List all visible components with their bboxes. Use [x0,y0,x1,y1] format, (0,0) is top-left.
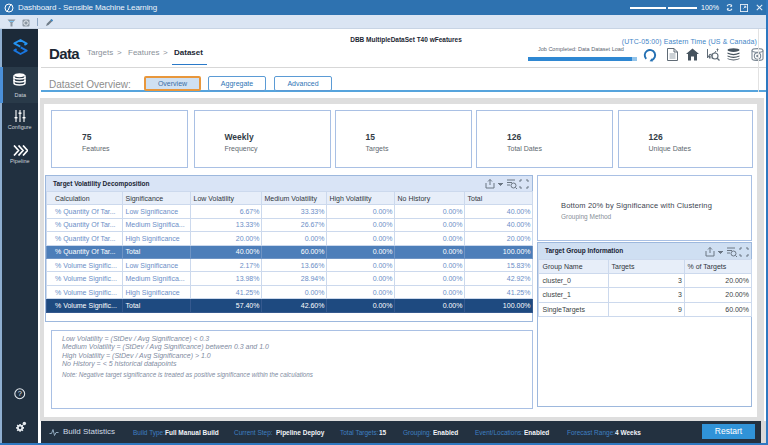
svg-text:?: ? [18,389,22,398]
